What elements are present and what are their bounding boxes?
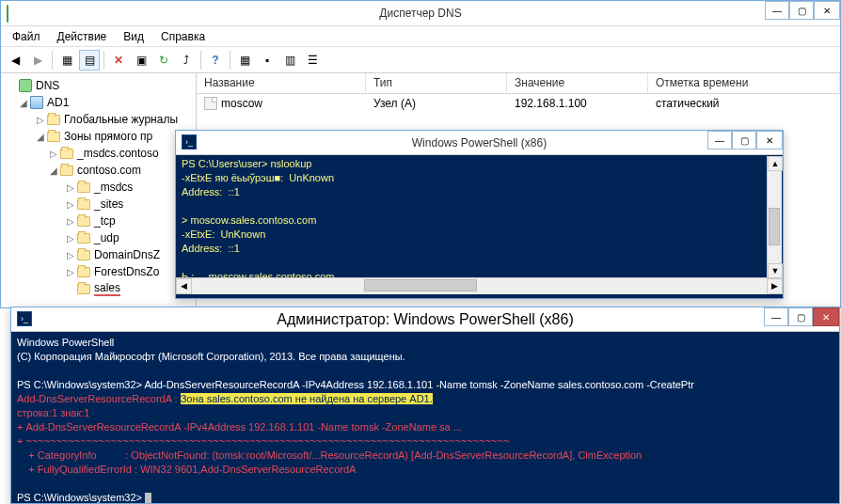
column-headers: Название Тип Значение Отметка времени [197, 73, 840, 94]
close-button[interactable]: ✕ [814, 1, 840, 20]
scroll-thumb-h[interactable] [364, 279, 477, 291]
tree-msdcs-contoso[interactable]: ▷_msdcs.contoso [1, 145, 196, 162]
tree-sales[interactable]: sales [1, 280, 196, 297]
tree-fwd-zones[interactable]: ◢Зоны прямого пр [1, 128, 196, 145]
tree-udp[interactable]: ▷_udp [1, 229, 196, 246]
record-type: Узел (A) [366, 97, 507, 110]
ps-close-button[interactable]: ✕ [756, 131, 783, 150]
scroll-right-icon[interactable]: ▶ [767, 278, 783, 294]
new-button[interactable]: ▦ [56, 50, 77, 71]
menu-action[interactable]: Действие [50, 28, 115, 45]
delete-button[interactable]: ✕ [108, 50, 129, 71]
help-button[interactable]: ? [205, 50, 226, 71]
menu-file[interactable]: Файл [5, 28, 48, 45]
back-button[interactable]: ◀ [5, 50, 25, 71]
record-timestamp: статический [648, 97, 840, 110]
tree-panel[interactable]: DNS ◢AD1 ▷Глобальные журналы ◢Зоны прямо… [1, 73, 197, 307]
admin-titlebar[interactable]: ›_ Администратор: Windows PowerShell (x8… [11, 307, 839, 332]
ps-title: Windows PowerShell (x86) [412, 136, 547, 150]
copy-button[interactable]: ▣ [131, 50, 151, 71]
tree-global-logs[interactable]: ▷Глобальные журналы [1, 111, 196, 128]
list-view-button[interactable]: ▥ [279, 50, 300, 71]
tree-domaindns[interactable]: ▷DomainDnsZ [1, 246, 196, 263]
filter-button[interactable]: ▦ [234, 50, 255, 71]
col-timestamp[interactable]: Отметка времени [648, 73, 840, 93]
col-type[interactable]: Тип [366, 73, 507, 93]
toolbar: ◀ ▶ ▦ ▤ ✕ ▣ ↻ ⤴ ? ▦ ▪ ▥ ☰ [1, 47, 840, 73]
ps-maximize-button[interactable]: ▢ [732, 131, 756, 150]
record-row[interactable]: moscow Узел (A) 192.168.1.100 статически… [197, 94, 840, 113]
properties-button[interactable]: ▤ [79, 50, 100, 71]
tree-root[interactable]: DNS [1, 77, 196, 94]
admin-title: Администратор: Windows PowerShell (x86) [277, 311, 574, 328]
scroll-up-icon[interactable]: ▲ [768, 156, 783, 171]
maximize-button[interactable]: ▢ [789, 1, 814, 20]
admin-close-button[interactable]: ✕ [813, 307, 839, 326]
tree-msdcs[interactable]: ▷_msdcs [1, 179, 196, 196]
cursor-icon [145, 493, 151, 503]
menu-bar: Файл Действие Вид Справка [1, 26, 840, 47]
forward-button[interactable]: ▶ [27, 50, 48, 71]
ps-vertical-scrollbar[interactable]: ▲ ▼ [767, 156, 782, 278]
dns-title: Диспетчер DNS [379, 7, 461, 20]
tree-server[interactable]: ◢AD1 [1, 94, 196, 111]
export-button[interactable]: ⤴ [176, 50, 197, 71]
admin-powershell-window: ›_ Администратор: Windows PowerShell (x8… [10, 307, 840, 504]
detail-view-button[interactable]: ☰ [302, 50, 323, 71]
stop-button[interactable]: ▪ [257, 50, 278, 71]
col-name[interactable]: Название [197, 73, 366, 93]
ps-console[interactable]: PS C:\Users\user> nslookup -xEtxE яю ёьы… [176, 155, 783, 277]
tree-forestdns[interactable]: ▷ForestDnsZo [1, 263, 196, 280]
col-value[interactable]: Значение [507, 73, 648, 93]
scroll-left-icon[interactable]: ◀ [176, 278, 192, 294]
menu-view[interactable]: Вид [116, 28, 151, 45]
tree-sites[interactable]: ▷_sites [1, 196, 196, 213]
scroll-down-icon[interactable]: ▼ [768, 263, 783, 278]
dns-app-icon [7, 6, 22, 21]
admin-console[interactable]: Windows PowerShell (C) Корпорация Майкро… [11, 332, 839, 503]
menu-help[interactable]: Справка [153, 28, 213, 45]
dns-titlebar[interactable]: Диспетчер DNS — ▢ ✕ [1, 1, 840, 26]
ps-titlebar[interactable]: ›_ Windows PowerShell (x86) — ▢ ✕ [176, 131, 783, 155]
record-value: 192.168.1.100 [507, 97, 648, 110]
tree-contoso[interactable]: ◢contoso.com [1, 162, 196, 179]
admin-minimize-button[interactable]: — [764, 307, 788, 326]
scroll-thumb[interactable] [769, 208, 780, 245]
refresh-button[interactable]: ↻ [153, 50, 174, 71]
powershell-icon: ›_ [17, 311, 32, 326]
record-icon [204, 97, 217, 110]
powershell-icon: ›_ [182, 134, 197, 150]
ps-minimize-button[interactable]: — [707, 131, 732, 150]
ps-horizontal-scrollbar[interactable]: ◀ ▶ [176, 277, 783, 293]
minimize-button[interactable]: — [765, 1, 789, 20]
record-name: moscow [221, 97, 262, 110]
admin-maximize-button[interactable]: ▢ [788, 307, 813, 326]
powershell-window: ›_ Windows PowerShell (x86) — ▢ ✕ PS C:\… [175, 130, 784, 299]
tree-tcp[interactable]: ▷_tcp [1, 213, 196, 229]
